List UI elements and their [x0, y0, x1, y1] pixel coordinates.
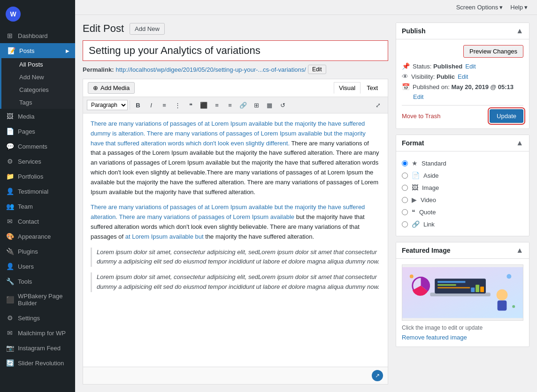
fullscreen-button[interactable]: ⤢	[372, 99, 384, 111]
format-metabox: Format ▲ ★ Standard 📄 Aside	[396, 135, 529, 236]
sidebar-item-mailchimp[interactable]: ✉ Mailchimp for WP	[0, 325, 75, 340]
sidebar-item-settings[interactable]: ⚙ Settings	[0, 310, 75, 325]
italic-button[interactable]: I	[145, 99, 157, 111]
content-highlight-1: There are many variations of passages of…	[91, 120, 366, 147]
sidebar-item-dashboard[interactable]: ⊞ Dashboard	[0, 28, 75, 43]
ordered-list-button[interactable]: ⋮	[171, 99, 184, 111]
featured-image-metabox-header[interactable]: Featured Image ▲	[396, 242, 529, 259]
refresh-button[interactable]: ↺	[276, 99, 289, 111]
format-radio-aside[interactable]	[402, 173, 408, 179]
preview-changes-button[interactable]: Preview Changes	[463, 45, 523, 58]
editor-content[interactable]: There are many variations of passages of…	[83, 113, 388, 367]
unordered-list-button[interactable]: ≡	[158, 99, 170, 111]
format-label-quote: Quote	[419, 209, 436, 216]
format-option-link: 🔗 Link	[402, 218, 523, 230]
sidebar: W ⊞ Dashboard 📝 Posts ▶ All Posts Add Ne…	[0, 0, 75, 392]
sidebar-item-users[interactable]: 👤 Users	[0, 259, 75, 274]
blockquote-button[interactable]: ❝	[184, 99, 197, 111]
sidebar-item-instagram[interactable]: 📷 Instagram Feed	[0, 340, 75, 355]
sidebar-item-add-new[interactable]: Add New	[1, 71, 75, 83]
tab-text[interactable]: Text	[361, 82, 383, 94]
svg-rect-5	[437, 287, 470, 288]
sidebar-item-contact[interactable]: ✉ Contact	[0, 214, 75, 229]
sidebar-item-comments[interactable]: 💬 Comments	[0, 139, 75, 154]
format-radio-standard[interactable]	[402, 160, 408, 166]
status-pin-icon: 📌	[402, 62, 410, 70]
sidebar-item-tools[interactable]: 🔧 Tools	[0, 274, 75, 289]
editor-view-tabs: Visual Text	[334, 82, 383, 94]
visibility-eye-icon: 👁	[402, 73, 408, 80]
screen-options-button[interactable]: Screen Options ▾	[454, 3, 505, 12]
comments-icon: 💬	[6, 143, 14, 150]
date-edit-link[interactable]: Edit	[413, 93, 423, 100]
add-new-button[interactable]: Add New	[130, 23, 165, 35]
permalink-url[interactable]: http://localhost/wp/digee/2019/05/20/set…	[115, 66, 306, 73]
more-button[interactable]: ▦	[263, 99, 276, 111]
topbar: Screen Options ▾ Help ▾	[75, 0, 537, 15]
permalink-edit-button[interactable]: Edit	[308, 65, 326, 74]
table-button[interactable]: ⊞	[250, 99, 262, 111]
remove-featured-image-link[interactable]: Remove featured image	[402, 334, 523, 341]
editor-bottom-bar: ↗	[83, 367, 388, 384]
sidebar-item-portfolios[interactable]: 📁 Portfolios	[0, 169, 75, 184]
plugins-icon: 🔌	[6, 248, 14, 255]
tools-icon: 🔧	[6, 278, 14, 285]
sidebar-item-tags[interactable]: Tags	[1, 96, 75, 109]
sidebar-item-team[interactable]: 👥 Team	[0, 199, 75, 214]
publish-status-row: 📌 Status: Published Edit	[402, 62, 523, 70]
format-radio-link[interactable]	[402, 221, 408, 227]
publish-metabox-body: Preview Changes 📌 Status: Published Edit…	[396, 39, 529, 128]
svg-point-9	[497, 289, 508, 301]
status-edit-link[interactable]: Edit	[465, 63, 476, 70]
tab-visual[interactable]: Visual	[334, 82, 361, 94]
format-option-standard: ★ Standard	[402, 157, 523, 169]
testimonial-icon: 👤	[6, 188, 14, 195]
post-title-input[interactable]	[83, 40, 388, 61]
publish-metabox-header[interactable]: Publish ▲	[396, 23, 529, 39]
visibility-edit-link[interactable]: Edit	[458, 73, 468, 80]
format-label-aside: Aside	[423, 172, 439, 179]
align-left-button[interactable]: ⬛	[198, 99, 210, 111]
sidebar-item-categories[interactable]: Categories	[1, 83, 75, 96]
sidebar-item-appearance[interactable]: 🎨 Appearance	[0, 229, 75, 244]
format-radio-video[interactable]	[402, 197, 408, 203]
posts-submenu: All Posts Add New Categories Tags	[1, 58, 75, 109]
link-button[interactable]: 🔗	[237, 99, 249, 111]
sidebar-item-posts[interactable]: 📝 Posts ▶	[1, 43, 75, 58]
sidebar-item-slider[interactable]: 🔄 Slider Revolution	[0, 355, 75, 370]
bold-button[interactable]: B	[132, 99, 144, 111]
sidebar-item-testimonial[interactable]: 👤 Testimonial	[0, 184, 75, 199]
format-radio-quote[interactable]	[402, 209, 408, 215]
editor-toolbar-top: ⊕ Add Media Visual Text	[83, 79, 388, 97]
sidebar-item-plugins[interactable]: 🔌 Plugins	[0, 244, 75, 259]
sidebar-item-media[interactable]: 🖼 Media	[0, 109, 75, 124]
add-media-button[interactable]: ⊕ Add Media	[88, 82, 135, 94]
published-date-label: Published on: May 20, 2019 @ 05:13	[413, 83, 514, 90]
format-radio-image[interactable]	[402, 185, 408, 191]
align-center-button[interactable]: ≡	[211, 99, 223, 111]
sidebar-item-services[interactable]: ⚙ Services	[0, 154, 75, 169]
services-icon: ⚙	[6, 158, 14, 165]
add-media-icon: ⊕	[93, 84, 98, 91]
svg-rect-6	[471, 287, 475, 292]
move-trash-link[interactable]: Move to Trash	[402, 113, 440, 120]
editor-expand-button[interactable]: ↗	[372, 370, 383, 381]
format-metabox-header[interactable]: Format ▲	[396, 135, 529, 151]
sidebar-item-all-posts[interactable]: All Posts	[1, 58, 75, 71]
help-button[interactable]: Help ▾	[508, 3, 529, 12]
featured-image-metabox-toggle[interactable]: ▲	[516, 246, 523, 255]
publish-preview-row: Preview Changes	[402, 45, 523, 58]
format-metabox-toggle[interactable]: ▲	[516, 139, 523, 147]
publish-visibility-row: 👁 Visibility: Public Edit	[402, 73, 523, 80]
featured-image-metabox-title: Featured Image	[402, 247, 450, 254]
align-right-button[interactable]: ≡	[224, 99, 236, 111]
publish-metabox-toggle[interactable]: ▲	[516, 27, 523, 35]
sidebar-item-pages[interactable]: 📄 Pages	[0, 124, 75, 139]
format-label-standard: Standard	[422, 160, 446, 167]
svg-rect-8	[480, 286, 484, 292]
update-button[interactable]: Update	[490, 109, 523, 123]
paragraph-select[interactable]: Paragraph	[87, 100, 128, 110]
featured-image-preview[interactable]	[402, 264, 523, 321]
svg-point-14	[506, 274, 511, 279]
sidebar-item-wpbakery[interactable]: ⬛ WPBakery Page Builder	[0, 289, 75, 310]
